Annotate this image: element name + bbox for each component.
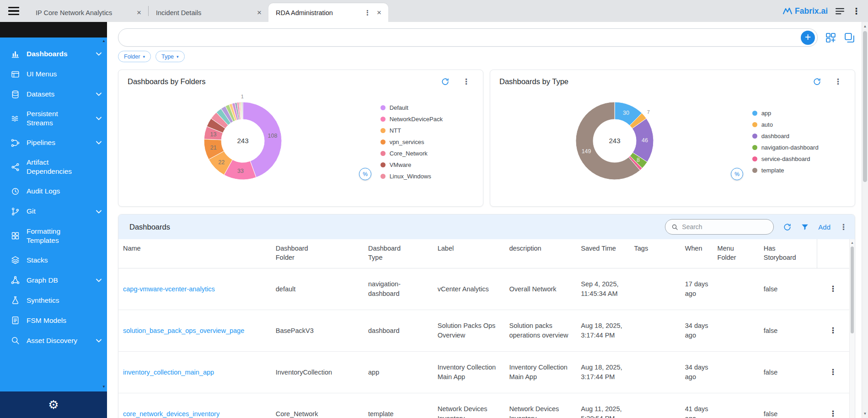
add-link[interactable]: Add [818, 223, 830, 231]
legend-item-app[interactable]: app [752, 110, 846, 117]
percent-toggle[interactable]: % [731, 168, 743, 180]
tab-ip-core-network-analytics[interactable]: IP Core Network Analytics× [28, 3, 148, 22]
sidebar-item-dashboards[interactable]: Dashboards [0, 44, 107, 64]
add-button[interactable]: + [801, 31, 815, 45]
topbar: IP Core Network Analytics×Incident Detai… [0, 0, 868, 22]
table-header-bar: Dashboards [118, 214, 855, 239]
sidebar-item-datasets[interactable]: Datasets [0, 84, 107, 104]
legend-item-auto[interactable]: auto [752, 121, 846, 128]
column-header-dashboard-type[interactable]: Dashboard Type [364, 239, 433, 268]
gear-icon[interactable]: ⚙ [48, 399, 59, 411]
scrollbar-thumb[interactable] [851, 247, 854, 333]
kebab-icon[interactable]: ⋮ [462, 78, 470, 86]
row-actions-icon[interactable]: ⋮ [829, 284, 837, 293]
legend-item-vmware[interactable]: VMware [380, 161, 474, 168]
filter-chip-type[interactable]: Type▾ [155, 51, 185, 62]
tab-close-icon[interactable]: × [255, 9, 264, 16]
legend-item-networkdevicepack[interactable]: NetworkDevicePack [380, 116, 474, 123]
kebab-icon[interactable]: ⋮ [840, 223, 847, 231]
menu-lines-icon[interactable] [836, 8, 844, 15]
layout-switch-icon[interactable] [844, 32, 855, 43]
cell-actions: ⋮ [817, 393, 849, 418]
sidebar-item-persistent-streams[interactable]: Persistent Streams [0, 104, 107, 133]
sidebar-item-asset-discovery[interactable]: Asset Discovery [0, 331, 107, 351]
sidebar-item-pipelines[interactable]: Pipelines [0, 133, 107, 153]
legend-item-vpn-services[interactable]: vpn_services [380, 139, 474, 145]
sidebar-item-audit-logs[interactable]: Audit Logs [0, 182, 107, 202]
column-header-saved-time[interactable]: Saved Time [576, 239, 629, 268]
row-actions-icon[interactable]: ⋮ [829, 409, 837, 418]
brand-logo[interactable]: Fabrix.ai [783, 6, 828, 16]
legend-item-default[interactable]: Default [380, 104, 474, 111]
refresh-icon[interactable] [813, 77, 821, 86]
tab-kebab-icon[interactable]: ⋮ [364, 9, 371, 17]
tab-close-icon[interactable]: × [375, 9, 384, 16]
table-search-input[interactable] [682, 223, 767, 230]
cell-name: solution_base_pack_ops_overview_page [118, 310, 271, 352]
graph-icon [10, 275, 20, 285]
tab-close-icon[interactable]: × [134, 9, 144, 16]
sidebar-item-git[interactable]: Git [0, 202, 107, 222]
dashboard-link[interactable]: capg-vmware-vcenter-analytics [123, 285, 215, 293]
scroll-down-icon[interactable]: ▼ [102, 385, 106, 389]
percent-toggle[interactable]: % [359, 168, 371, 180]
dashboard-link[interactable]: inventory_collection_main_app [123, 369, 214, 376]
scroll-up-icon[interactable]: ▲ [862, 24, 868, 28]
chevron-down-icon [96, 339, 102, 343]
cell-name: core_network_devices_inventory [118, 393, 271, 418]
column-header-has-storyboard[interactable]: Has Storyboard [759, 239, 817, 268]
dashboard-link[interactable]: solution_base_pack_ops_overview_page [123, 327, 244, 334]
sidebar-item-graph-db[interactable]: Graph DB [0, 270, 107, 290]
filter-chip-folder[interactable]: Folder▾ [118, 51, 151, 62]
legend-dot [752, 145, 757, 150]
legend-dot [752, 122, 757, 127]
legend-item-template[interactable]: template [752, 167, 846, 174]
sidebar-item-fsm-models[interactable]: FSM Models [0, 311, 107, 331]
sidebar-item-synthetics[interactable]: Synthetics [0, 290, 107, 311]
refresh-icon[interactable] [441, 77, 450, 86]
omni-search-input[interactable] [127, 34, 801, 42]
dashboards-table: NameDashboard FolderDashboard TypeLabeld… [118, 239, 849, 418]
sidebar-item-ui-menus[interactable]: UI Menus [0, 64, 107, 84]
legend-label: dashboard [761, 133, 789, 139]
legend-item-service-dashboard[interactable]: service-dashboard [752, 155, 846, 162]
filter-icon[interactable] [801, 223, 809, 231]
legend-item-ntt[interactable]: NTT [380, 127, 474, 134]
column-header-label[interactable]: Label [433, 239, 505, 268]
legend-item-core-network[interactable]: Core_Network [380, 150, 474, 157]
legend-item-linux-windows[interactable]: Linux_Windows [380, 173, 474, 180]
scroll-up-icon[interactable]: ▲ [102, 39, 106, 43]
column-header-tags[interactable]: Tags [630, 239, 680, 268]
donut-svg: 307468149243 [565, 91, 664, 190]
sidebar-item-label: Pipelines [27, 138, 80, 147]
cell-dashboard-folder: default [271, 268, 364, 310]
page-scrollbar[interactable]: ▲ ▼ [862, 22, 868, 418]
tab-incident-details[interactable]: Incident Details× [149, 3, 268, 22]
column-header-description[interactable]: description [504, 239, 576, 268]
cell-dashboard-type: template [364, 393, 433, 418]
tab-rda-administration[interactable]: RDA Administration⋮× [268, 3, 388, 22]
sidebar-item-formatting-templates[interactable]: Formatting Templates [0, 222, 107, 250]
legend-item-navigation-dashboard[interactable]: navigation-dashboard [752, 144, 846, 151]
legend-label: template [761, 167, 784, 174]
column-header-menu-folder[interactable]: Menu Folder [713, 239, 759, 268]
column-header-dashboard-folder[interactable]: Dashboard Folder [271, 239, 364, 268]
scroll-down-icon[interactable]: ▼ [862, 412, 868, 416]
legend-item-dashboard[interactable]: dashboard [752, 133, 846, 139]
svg-text:33: 33 [237, 168, 244, 174]
hamburger-menu-icon[interactable] [0, 0, 25, 22]
scrollbar-thumb[interactable] [863, 31, 867, 182]
kebab-icon[interactable]: ⋮ [852, 6, 861, 16]
sidebar-item-artifact-dependencies[interactable]: Artifact Dependencies [0, 153, 107, 181]
row-actions-icon[interactable]: ⋮ [829, 368, 837, 376]
column-header-name[interactable]: Name [118, 239, 271, 268]
column-header-when[interactable]: When [680, 239, 713, 268]
table-scrollbar[interactable]: ▲ [849, 239, 855, 418]
kebab-icon[interactable]: ⋮ [834, 78, 842, 86]
row-actions-icon[interactable]: ⋮ [829, 326, 837, 335]
grid-add-icon[interactable] [825, 32, 837, 43]
sidebar-item-stacks[interactable]: Stacks [0, 250, 107, 270]
dashboard-link[interactable]: core_network_devices_inventory [123, 410, 220, 418]
scroll-up-icon[interactable]: ▲ [850, 241, 855, 244]
refresh-icon[interactable] [783, 223, 792, 231]
